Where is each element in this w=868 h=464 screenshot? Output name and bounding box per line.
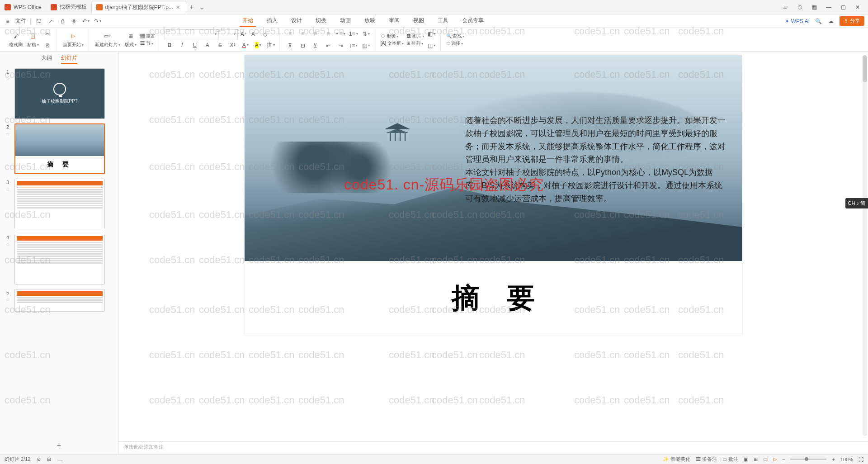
shape-button[interactable]: ◇ 形状▾ (381, 33, 404, 39)
header-icon-3[interactable]: ▦ (807, 2, 821, 13)
tab-review[interactable]: 审阅 (386, 15, 402, 27)
tab-tools[interactable]: 工具 (435, 15, 451, 27)
notes-pane[interactable]: 单击此处添加备注 (118, 441, 868, 454)
maximize-button[interactable]: ▢ (836, 2, 850, 13)
close-tab-icon[interactable]: ✕ (176, 5, 181, 10)
tab-slideshow[interactable]: 放映 (362, 15, 378, 27)
section-button[interactable]: ☰ 节▾ (140, 40, 155, 47)
text-direction-icon[interactable]: ⇅▾ (361, 29, 371, 39)
slide-canvas[interactable]: 随着社会的不断进步与发展，人们对生活质量要求逐步提升。如果开发一款柚子校园影院，… (245, 55, 742, 335)
cut-icon[interactable]: ✂ (42, 29, 52, 39)
scroll-thumb[interactable] (863, 55, 867, 82)
tab-animation[interactable]: 动画 (337, 15, 354, 27)
decrease-font-icon[interactable]: A⁻ (250, 29, 259, 39)
redo-icon[interactable]: ↷▾ (94, 17, 102, 25)
start-from-current-button[interactable]: ▷当页开始▾ (62, 31, 85, 49)
indent-inc-icon[interactable]: ⇥ (336, 41, 346, 51)
ime-indicator[interactable]: CH ♪ 简 (845, 198, 868, 208)
picture-button[interactable]: 🖼 图片▾ (406, 33, 424, 39)
tab-wps-home[interactable]: WPS Office (0, 1, 46, 14)
tab-start[interactable]: 开始 (240, 15, 256, 27)
reset-button[interactable]: ▦ 重置 (140, 33, 155, 39)
wps-ai-button[interactable]: ✦WPS AI (785, 18, 810, 24)
file-menu[interactable]: 文件 (15, 17, 26, 25)
clear-format-icon[interactable]: ◇ (260, 29, 270, 39)
thumbnail-2[interactable]: 摘 要 (14, 123, 105, 174)
preview-icon[interactable]: 👁 (70, 17, 78, 25)
tab-member[interactable]: 会员专享 (459, 15, 486, 27)
vertical-scrollbar[interactable] (863, 55, 867, 436)
undo-icon[interactable]: ↶▾ (82, 17, 90, 25)
font-color-icon[interactable]: A▾ (241, 40, 250, 50)
print-icon[interactable]: ⎙ (58, 17, 66, 25)
add-slide-button[interactable]: + (0, 437, 118, 454)
hamburger-icon[interactable]: ≡ (4, 17, 12, 25)
share-button[interactable]: ⇪分享 (840, 16, 864, 26)
multi-notes-button[interactable]: ☰ 多备注 (696, 456, 717, 463)
zoom-in-button[interactable]: + (832, 457, 835, 462)
view-sorter-icon[interactable]: ⊞ (754, 456, 758, 462)
select-button[interactable]: ▭ 选择▾ (446, 40, 465, 47)
star-icon[interactable]: ☆ (6, 132, 10, 137)
textbox-button[interactable]: [A] 文本框▾ (381, 40, 404, 47)
numbering-icon[interactable]: 1≡▾ (349, 29, 359, 39)
cloud-sync-icon[interactable]: ☁ (827, 17, 835, 25)
close-window-button[interactable]: ✕ (851, 2, 864, 13)
bold-icon[interactable]: B (165, 40, 175, 50)
paste-button[interactable]: 📋粘贴▾ (26, 31, 40, 49)
view-slideshow-icon[interactable]: ▷ (773, 456, 777, 462)
new-slide-button[interactable]: ▭+新建幻灯片▾ (94, 31, 121, 49)
slides-tab[interactable]: 幻灯片 (61, 54, 77, 64)
outline-color-icon[interactable]: ◫▾ (427, 41, 437, 51)
align-center-icon[interactable]: ≡ (298, 29, 308, 39)
strikethrough-icon[interactable]: S̶ (215, 40, 225, 50)
thumbnail-1[interactable]: 柚子校园影院PPT (14, 68, 105, 119)
status-icon[interactable]: — (57, 457, 62, 462)
format-painter-button[interactable]: 🖌格式刷 (8, 31, 24, 49)
header-icon-2[interactable]: ⬡ (793, 2, 807, 13)
align-right-icon[interactable]: ≡ (311, 29, 321, 39)
arrange-button[interactable]: ⊞ 排列▾ (406, 40, 424, 47)
fit-window-icon[interactable]: ⛶ (859, 457, 863, 462)
indent-dec-icon[interactable]: ⇤ (323, 41, 333, 51)
increase-font-icon[interactable]: A⁺ (239, 29, 249, 39)
underline-icon[interactable]: U (190, 40, 200, 50)
zoom-percent[interactable]: 100% (840, 457, 853, 462)
view-reading-icon[interactable]: ▭ (763, 456, 768, 462)
tab-document-active[interactable]: django柚子校园影院PPT.p...✕ (91, 1, 186, 14)
strike-icon[interactable]: A (203, 40, 212, 50)
tab-design[interactable]: 设计 (288, 15, 305, 27)
valign-bot-icon[interactable]: ⊻ (311, 41, 321, 51)
view-normal-icon[interactable]: ▣ (744, 456, 748, 462)
thumbnail-4[interactable] (14, 234, 105, 284)
export-icon[interactable]: ↗ (47, 17, 55, 25)
header-icon-1[interactable]: ▱ (778, 2, 792, 13)
save-icon[interactable]: 🖫 (35, 17, 43, 25)
status-icon[interactable]: ⊞ (47, 456, 51, 462)
zoom-slider[interactable] (790, 459, 826, 460)
valign-top-icon[interactable]: ⊼ (285, 41, 295, 51)
layout-button[interactable]: ▦版式▾ (124, 31, 137, 49)
outline-tab[interactable]: 大纲 (41, 54, 52, 64)
align-justify-icon[interactable]: ≡ (323, 29, 333, 39)
font-size-input[interactable]: ▾ (220, 29, 238, 39)
smart-beautify-button[interactable]: ✨ 智能美化 (663, 456, 690, 463)
add-tab-button[interactable]: + (186, 3, 197, 11)
zoom-out-button[interactable]: − (782, 457, 785, 462)
star-icon[interactable]: ☆ (6, 76, 10, 81)
line-spacing-icon[interactable]: ↕≡▾ (349, 41, 359, 51)
thumbnail-3[interactable] (14, 179, 105, 229)
tab-transition[interactable]: 切换 (313, 15, 329, 27)
columns-icon[interactable]: ▥▾ (361, 41, 371, 51)
valign-mid-icon[interactable]: ⊟ (298, 41, 308, 51)
star-icon[interactable]: ☆ (6, 242, 10, 247)
fill-color-icon[interactable]: ◧▾ (427, 29, 437, 39)
comments-button[interactable]: ▭ 批注 (722, 456, 738, 463)
copy-icon[interactable]: ⎘ (42, 41, 52, 51)
status-icon[interactable]: ⊙ (37, 456, 41, 462)
italic-icon[interactable]: I (177, 40, 187, 50)
star-icon[interactable]: ☆ (6, 297, 10, 302)
bullets-icon[interactable]: • ≡▾ (336, 29, 346, 39)
minimize-button[interactable]: — (822, 2, 835, 13)
tab-overflow-icon[interactable]: ⌄ (199, 3, 205, 11)
